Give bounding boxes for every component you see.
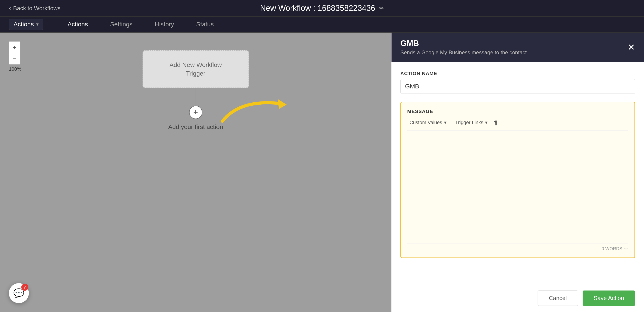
tab-settings-label: Settings — [110, 21, 132, 28]
word-count: 0 WORDS — [602, 246, 622, 251]
paragraph-icon: ¶ — [494, 119, 497, 126]
custom-values-chevron-icon: ▾ — [444, 120, 446, 125]
action-name-label: ACTION NAME — [400, 71, 635, 76]
panel-subtitle: Sends a Google My Business message to th… — [400, 49, 527, 56]
panel-header: GMB Sends a Google My Business message t… — [392, 32, 644, 62]
tab-status[interactable]: Status — [185, 17, 225, 32]
zoom-in-button[interactable]: + — [9, 41, 20, 53]
tab-settings[interactable]: Settings — [99, 17, 144, 32]
custom-values-button[interactable]: Custom Values ▾ — [407, 118, 449, 127]
cancel-button[interactable]: Cancel — [538, 291, 578, 306]
canvas-area: + − 100% Add New Workflow Trigger + Add … — [0, 32, 391, 312]
trigger-links-chevron-icon: ▾ — [485, 120, 488, 125]
connector-line — [196, 88, 196, 106]
custom-values-label: Custom Values — [410, 120, 442, 125]
message-label: MESSAGE — [407, 109, 628, 114]
zoom-controls: + − — [9, 41, 20, 64]
edit-title-icon[interactable]: ✏ — [379, 5, 384, 12]
zoom-out-button[interactable]: − — [9, 53, 20, 64]
workflow-title: New Workflow : 1688358223436 ✏ — [260, 3, 384, 13]
back-arrow-icon: ‹ — [9, 5, 11, 12]
panel-title: GMB — [400, 39, 527, 48]
close-panel-button[interactable]: ✕ — [628, 43, 635, 52]
trigger-links-label: Trigger Links — [455, 120, 483, 125]
chevron-down-icon: ▾ — [36, 21, 38, 27]
panel-body: ACTION NAME MESSAGE Custom Values ▾ Trig… — [392, 62, 644, 284]
back-label: Back to Workflows — [13, 5, 60, 12]
trigger-links-button[interactable]: Trigger Links ▾ — [453, 118, 490, 127]
panel-header-info: GMB Sends a Google My Business message t… — [400, 39, 527, 56]
message-toolbar: Custom Values ▾ Trigger Links ▾ ¶ — [407, 118, 628, 130]
yellow-arrow-decoration — [218, 81, 296, 126]
back-to-workflows-button[interactable]: ‹ Back to Workflows — [9, 5, 60, 12]
panel-footer: Cancel Save Action — [392, 284, 644, 312]
zoom-level: 100% — [9, 66, 21, 72]
edit-icon: ✏ — [624, 246, 628, 251]
svg-marker-0 — [278, 99, 287, 109]
tab-actions-label: Actions — [68, 21, 88, 28]
chat-badge: 7 — [21, 284, 28, 291]
actions-dropdown-label: Actions — [14, 21, 34, 28]
tab-actions[interactable]: Actions — [56, 17, 99, 32]
nav-tabs: Actions ▾ Actions Settings History Statu… — [0, 17, 644, 32]
save-action-button[interactable]: Save Action — [582, 291, 635, 306]
tab-history[interactable]: History — [144, 17, 185, 32]
add-action-text: Add your first action — [168, 123, 223, 130]
message-textarea[interactable] — [407, 134, 628, 240]
message-section: MESSAGE Custom Values ▾ Trigger Links ▾ … — [400, 102, 635, 258]
main-content: + − 100% Add New Workflow Trigger + Add … — [0, 32, 644, 312]
word-count-row: 0 WORDS ✏ — [407, 244, 628, 251]
tab-status-label: Status — [196, 21, 214, 28]
action-name-input[interactable] — [400, 79, 635, 94]
tab-history-label: History — [155, 21, 174, 28]
add-action-circle-button[interactable]: + — [189, 106, 202, 119]
chat-widget[interactable]: 💬 7 — [9, 283, 29, 303]
right-panel: GMB Sends a Google My Business message t… — [391, 32, 644, 312]
workflow-title-text: New Workflow : 1688358223436 — [260, 3, 375, 13]
top-bar: ‹ Back to Workflows New Workflow : 16883… — [0, 0, 644, 17]
trigger-box-text: Add New Workflow Trigger — [169, 60, 222, 78]
actions-dropdown[interactable]: Actions ▾ — [9, 19, 43, 30]
